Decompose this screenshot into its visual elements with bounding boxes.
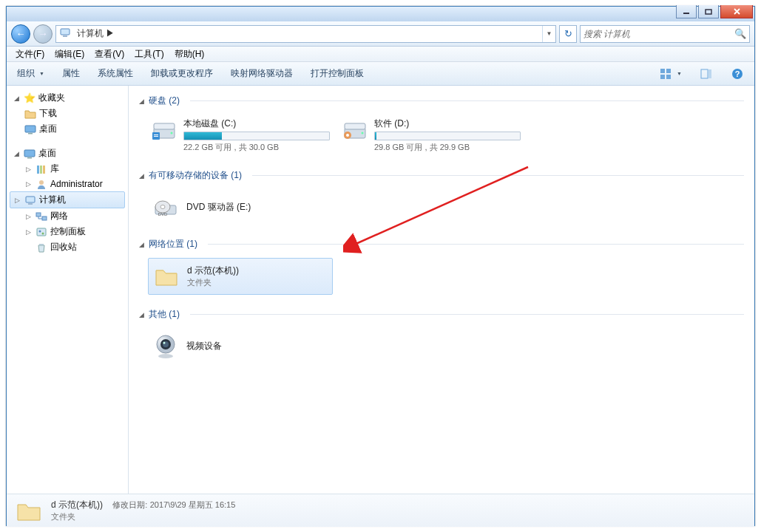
view-options-button[interactable]: ▼ bbox=[655, 64, 686, 83]
svg-rect-4 bbox=[660, 69, 665, 73]
tree-recycle-bin[interactable]: ▷ 回收站 bbox=[7, 239, 128, 255]
drive-d[interactable]: 软件 (D:) 29.8 GB 可用 , 共 29.9 GB bbox=[339, 115, 524, 156]
tree-label: 网络 bbox=[50, 210, 68, 222]
svg-rect-1 bbox=[706, 10, 711, 14]
svg-text:DVD: DVD bbox=[158, 212, 168, 216]
folder-icon bbox=[153, 263, 180, 290]
section-network-loc[interactable]: ◢ 网络位置 (1) bbox=[138, 235, 745, 253]
menu-tools[interactable]: 工具(T) bbox=[130, 47, 168, 62]
svg-rect-3 bbox=[63, 35, 67, 37]
item-subtitle: 文件夹 bbox=[187, 277, 239, 288]
tree-administrator[interactable]: ▷ Administrator bbox=[7, 177, 128, 191]
tree-downloads[interactable]: 下载 bbox=[7, 106, 128, 121]
status-name: d 示范(本机)) bbox=[51, 499, 103, 510]
uninstall-button[interactable]: 卸载或更改程序 bbox=[146, 64, 217, 83]
tree-label: 计算机 bbox=[39, 194, 66, 206]
preview-icon bbox=[700, 67, 713, 81]
system-properties-button[interactable]: 系统属性 bbox=[93, 64, 138, 83]
dvd-drive[interactable]: DVD DVD 驱动器 (E:) bbox=[148, 189, 333, 225]
svg-rect-33 bbox=[154, 136, 158, 137]
search-input[interactable] bbox=[584, 29, 734, 39]
section-title: 其他 (1) bbox=[149, 308, 180, 321]
item-title: DVD 驱动器 (E:) bbox=[186, 201, 251, 214]
tree-label: 库 bbox=[50, 163, 59, 175]
expand-icon: ▷ bbox=[24, 180, 33, 188]
body-split: ◢ ⭐ 收藏夹 下载 桌面 bbox=[7, 86, 754, 494]
svg-rect-8 bbox=[701, 69, 708, 78]
svg-rect-5 bbox=[666, 69, 671, 73]
preview-pane-button[interactable] bbox=[695, 64, 717, 83]
menu-bar: 文件(F) 编辑(E) 查看(V) 工具(T) 帮助(H) bbox=[7, 47, 754, 62]
svg-point-41 bbox=[160, 205, 165, 209]
minimize-button[interactable] bbox=[676, 5, 697, 18]
svg-point-30 bbox=[171, 132, 173, 134]
expand-icon: ▷ bbox=[24, 212, 33, 220]
drive-subtext: 22.2 GB 可用 , 共 30.0 GB bbox=[183, 142, 330, 153]
tree-desktop[interactable]: ◢ 桌面 bbox=[7, 146, 128, 161]
svg-rect-21 bbox=[28, 203, 33, 205]
drive-c[interactable]: 本地磁盘 (C:) 22.2 GB 可用 , 共 30.0 GB bbox=[148, 115, 333, 156]
tree-desktop-fav[interactable]: 桌面 bbox=[7, 121, 128, 137]
svg-rect-23 bbox=[42, 216, 47, 220]
expand-icon: ▷ bbox=[24, 165, 33, 173]
dvd-icon: DVD bbox=[152, 194, 179, 220]
address-dropdown[interactable]: ▼ bbox=[542, 26, 555, 42]
section-drives[interactable]: ◢ 硬盘 (2) bbox=[138, 92, 745, 110]
item-title: d 示范(本机)) bbox=[187, 265, 239, 277]
help-button[interactable]: ? bbox=[726, 64, 748, 83]
drive-subtext: 29.8 GB 可用 , 共 29.9 GB bbox=[374, 142, 521, 153]
control-panel-icon bbox=[35, 226, 47, 238]
menu-edit[interactable]: 编辑(E) bbox=[50, 47, 89, 62]
library-icon bbox=[35, 163, 47, 175]
video-device[interactable]: 视频设备 bbox=[148, 328, 333, 364]
tree-control-panel[interactable]: ▷ 控制面板 bbox=[7, 224, 128, 239]
organize-button[interactable]: 组织▼ bbox=[13, 64, 49, 83]
network-location-item[interactable]: d 示范(本机)) 文件夹 bbox=[148, 258, 333, 295]
maximize-button[interactable] bbox=[698, 5, 719, 18]
tree-computer[interactable]: ▷ 计算机 bbox=[10, 191, 125, 208]
tree-label: 收藏夹 bbox=[38, 92, 65, 104]
refresh-button[interactable]: ↻ bbox=[559, 25, 577, 43]
folder-icon bbox=[14, 496, 44, 525]
tree-libraries[interactable]: ▷ 库 bbox=[7, 161, 128, 177]
menu-help[interactable]: 帮助(H) bbox=[170, 47, 209, 62]
svg-rect-35 bbox=[345, 123, 365, 129]
svg-rect-29 bbox=[154, 123, 175, 129]
svg-rect-2 bbox=[61, 29, 70, 35]
tree-network[interactable]: ▷ 网络 bbox=[7, 208, 128, 224]
properties-button[interactable]: 属性 bbox=[58, 64, 84, 83]
section-other[interactable]: ◢ 其他 (1) bbox=[138, 305, 745, 324]
collapse-icon: ◢ bbox=[139, 241, 144, 248]
address-bar[interactable]: 计算机 ▶ ▼ bbox=[55, 25, 556, 43]
expand-icon: ▷ bbox=[13, 196, 21, 204]
breadcrumb: 计算机 ▶ bbox=[77, 27, 542, 40]
svg-point-43 bbox=[158, 354, 173, 358]
chevron-down-icon: ▼ bbox=[39, 71, 44, 76]
svg-text:?: ? bbox=[735, 69, 740, 78]
details-pane: d 示范(本机)) 修改日期: 2017\9\29 星期五 16:15 文件夹 bbox=[7, 494, 754, 527]
control-panel-button[interactable]: 打开控制面板 bbox=[306, 64, 368, 83]
map-drive-button[interactable]: 映射网络驱动器 bbox=[226, 64, 297, 83]
computer-icon bbox=[24, 194, 36, 206]
tree-label: 回收站 bbox=[50, 241, 77, 253]
svg-point-36 bbox=[362, 132, 364, 134]
section-removable[interactable]: ◢ 有可移动存储的设备 (1) bbox=[138, 166, 745, 185]
network-icon bbox=[35, 211, 47, 222]
desktop-icon bbox=[24, 148, 35, 160]
tree-label: 下载 bbox=[39, 107, 57, 120]
close-button[interactable] bbox=[720, 5, 753, 18]
menu-file[interactable]: 文件(F) bbox=[11, 47, 49, 62]
collapse-icon: ◢ bbox=[139, 98, 144, 105]
forward-button[interactable]: → bbox=[33, 24, 53, 44]
window-buttons bbox=[674, 5, 753, 18]
command-bar: 组织▼ 属性 系统属性 卸载或更改程序 映射网络驱动器 打开控制面板 ▼ ? bbox=[7, 62, 754, 86]
menu-view[interactable]: 查看(V) bbox=[90, 47, 129, 62]
drive-title: 本地磁盘 (C:) bbox=[183, 117, 330, 130]
svg-rect-9 bbox=[708, 69, 711, 78]
tree-favorites[interactable]: ◢ ⭐ 收藏夹 bbox=[7, 90, 128, 106]
tiles-icon bbox=[659, 67, 672, 81]
webcam-icon bbox=[152, 332, 179, 359]
back-button[interactable]: ← bbox=[11, 24, 30, 44]
search-box[interactable]: 🔍 bbox=[580, 25, 750, 43]
svg-rect-6 bbox=[660, 75, 665, 79]
